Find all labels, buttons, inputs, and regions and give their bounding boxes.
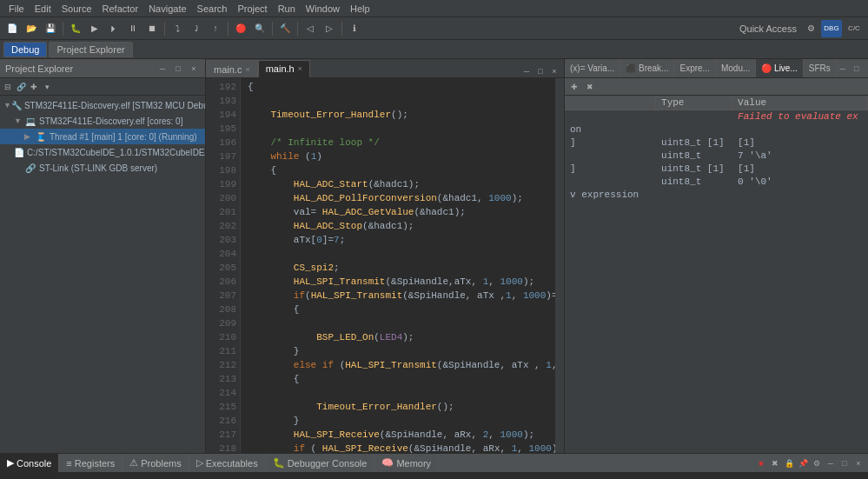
var-type-cell: [656, 110, 732, 123]
menu-help[interactable]: Help: [345, 0, 375, 17]
build-button[interactable]: 🔨: [276, 20, 294, 37]
forward-button[interactable]: ▷: [321, 20, 338, 37]
code-editor: 192 193 194 195 196 197 198 199 200 201 …: [206, 78, 564, 453]
menu-source[interactable]: Source: [56, 0, 97, 17]
var-table-row[interactable]: uint8_t 7 '\a': [565, 150, 868, 163]
menu-refactor[interactable]: Refactor: [97, 0, 144, 17]
back-button[interactable]: ◁: [301, 20, 319, 37]
var-name-cell: [565, 176, 656, 189]
tree-icon-2: 🧵: [35, 130, 47, 143]
menu-run[interactable]: Run: [273, 0, 301, 17]
tree-item-thread[interactable]: ▶ 🧵 Thread #1 [main] 1 [core: 0] (Runnin…: [0, 129, 205, 144]
open-button[interactable]: 📂: [23, 20, 40, 37]
step-return-button[interactable]: ↑: [207, 20, 224, 37]
collapse-all-btn[interactable]: ⊟: [2, 81, 14, 93]
bottom-tab-problems[interactable]: ⚠ Problems: [123, 454, 189, 472]
quick-access-settings[interactable]: ⚙: [802, 20, 819, 37]
debug-tab-mod-label: Modu...: [721, 63, 750, 73]
bottom-clear-btn[interactable]: ✖: [769, 457, 781, 469]
var-table-row[interactable]: on: [565, 123, 868, 136]
step-over-button[interactable]: ⤸: [188, 20, 205, 37]
debugger-console-icon: 🐛: [273, 457, 285, 469]
bottom-scroll-lock-btn[interactable]: 🔒: [783, 457, 795, 469]
debug-tab-actions: ─ □ ×: [837, 63, 868, 75]
perspective-debug[interactable]: Debug: [3, 42, 47, 57]
new-proj-btn[interactable]: ✚: [28, 81, 40, 93]
var-table-row[interactable]: uint8_t 0 '\0': [565, 176, 868, 189]
debug-tab-bar: (x)= Varia... ⬛ Break... Expre... Modu..…: [565, 59, 868, 78]
bottom-settings-btn[interactable]: ⚙: [811, 457, 823, 469]
tree-item-elf-debug[interactable]: ▼ 🔧 STM32F411E-Discovery.elf [STM32 MCU …: [0, 97, 205, 113]
tree-icon-0: 🔧: [11, 99, 22, 111]
resume-button[interactable]: ⏵: [105, 20, 123, 37]
debug-tab-variables[interactable]: (x)= Varia...: [565, 59, 620, 77]
tree-item-stlink[interactable]: 🔗 ST-Link (ST-LINK GDB server): [0, 160, 205, 176]
registers-icon: ≡: [66, 458, 71, 469]
link-editor-btn[interactable]: 🔗: [15, 81, 27, 93]
perspective-btn-1[interactable]: DBG: [821, 20, 842, 37]
editor-scrollbar[interactable]: [555, 78, 564, 453]
var-table-row[interactable]: ] uint8_t [1] [1]: [565, 163, 868, 176]
help-button[interactable]: ℹ: [346, 20, 363, 37]
menu-project[interactable]: Project: [232, 0, 272, 17]
stop-button[interactable]: ⏹: [143, 20, 161, 37]
code-content[interactable]: { Timeout_Error_Handler(); /* Infinite l…: [241, 78, 555, 453]
debug-remove-btn[interactable]: ✖: [584, 81, 596, 93]
debug-maximize-btn[interactable]: □: [851, 63, 863, 75]
bottom-tab-console-label: Console: [17, 458, 51, 469]
debug-button[interactable]: 🐛: [67, 20, 84, 37]
tree-item-elf-cores[interactable]: ▼ 💻 STM32F411E-Discovery.elf [cores: 0]: [0, 113, 205, 129]
perspective-project[interactable]: Project Explorer: [49, 42, 132, 57]
bottom-tab-console[interactable]: ▶ Console: [0, 454, 59, 472]
var-table-row[interactable]: v expression: [565, 189, 868, 202]
bottom-close-btn[interactable]: ×: [852, 457, 865, 469]
tab-label-main-c: main.c: [214, 64, 242, 75]
close-tab-main-c[interactable]: ×: [245, 65, 249, 74]
menu-edit[interactable]: Edit: [30, 0, 56, 17]
maximize-panel-btn[interactable]: □: [172, 63, 184, 75]
variables-table: Type Value Failed to evaluate ex on ] ui…: [565, 96, 868, 453]
bottom-tab-registers[interactable]: ≡ Registers: [59, 454, 123, 472]
debug-add-btn[interactable]: ✚: [568, 81, 580, 93]
menu-file[interactable]: File: [3, 0, 30, 17]
menu-navigate[interactable]: Navigate: [143, 0, 191, 17]
bottom-pin-btn[interactable]: 📌: [797, 457, 809, 469]
editor-tab-main-c[interactable]: main.c ×: [206, 60, 258, 77]
menu-window[interactable]: Window: [301, 0, 345, 17]
project-tree[interactable]: ▼ 🔧 STM32F411E-Discovery.elf [STM32 MCU …: [0, 96, 205, 453]
run-button[interactable]: ▶: [86, 20, 103, 37]
bottom-tab-debugger-console[interactable]: 🐛 Debugger Console: [266, 454, 375, 472]
inspect-button[interactable]: 🔍: [251, 20, 268, 37]
bottom-minimize-btn[interactable]: ─: [825, 457, 837, 469]
new-button[interactable]: 📄: [3, 20, 21, 37]
debug-minimize-btn[interactable]: ─: [837, 63, 849, 75]
editor-tab-main-h[interactable]: main.h ×: [258, 60, 310, 77]
bottom-maximize-btn[interactable]: □: [838, 457, 851, 469]
debug-tab-expressions[interactable]: Expre...: [674, 59, 715, 77]
step-into-button[interactable]: ⤵: [169, 20, 186, 37]
bottom-tab-memory[interactable]: 🧠 Memory: [374, 454, 439, 472]
debug-tab-sfrs[interactable]: SFRs: [804, 59, 837, 77]
perspective-btn-2[interactable]: C/C: [844, 20, 865, 37]
debug-tab-modules[interactable]: Modu...: [716, 59, 756, 77]
var-table-row[interactable]: Failed to evaluate ex: [565, 110, 868, 123]
tree-settings-btn[interactable]: ▾: [41, 81, 53, 93]
tab-close-all-btn[interactable]: ×: [548, 65, 560, 77]
breakpoint-button[interactable]: 🔴: [232, 20, 249, 37]
tab-maximize-btn[interactable]: □: [534, 65, 547, 77]
save-button[interactable]: 💾: [42, 20, 59, 37]
debug-close-btn[interactable]: ×: [865, 63, 868, 75]
bottom-stop-btn[interactable]: ■: [755, 457, 767, 469]
close-panel-btn[interactable]: ×: [188, 63, 200, 75]
menu-search[interactable]: Search: [192, 0, 233, 17]
var-table-row[interactable]: ] uint8_t [1] [1]: [565, 136, 868, 150]
debug-tab-live[interactable]: 🔴 Live...: [756, 59, 803, 77]
tab-minimize-btn[interactable]: ─: [520, 65, 533, 77]
suspend-button[interactable]: ⏸: [124, 20, 142, 37]
debug-tab-breakpoints[interactable]: ⬛ Break...: [620, 59, 674, 77]
close-tab-main-h[interactable]: ×: [298, 64, 302, 73]
tree-item-path[interactable]: 📄 C:/ST/STM32CubeIDE_1.0.1/STM32CubeIDE/…: [0, 144, 205, 160]
tree-label-1: STM32F411E-Discovery.elf [cores: 0]: [39, 116, 182, 126]
bottom-tab-executables[interactable]: ▷ Executables: [189, 454, 266, 472]
minimize-panel-btn[interactable]: ─: [156, 63, 169, 75]
